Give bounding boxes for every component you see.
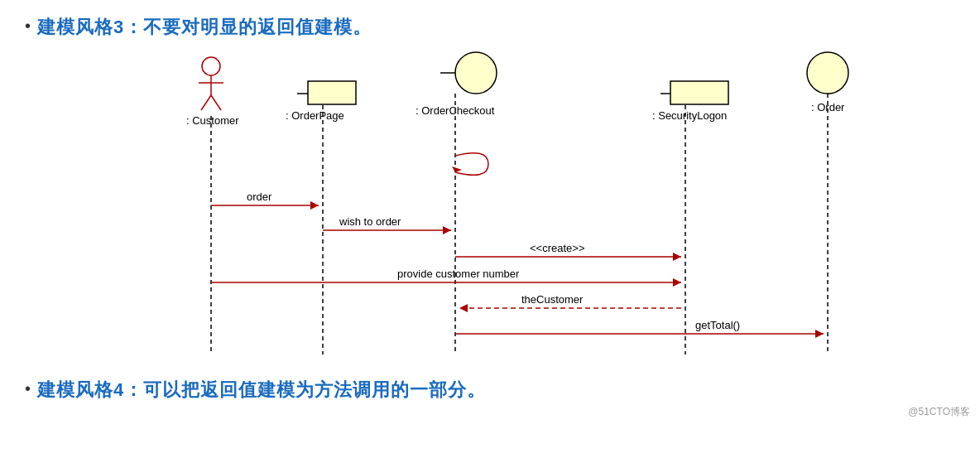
page: • 建模风格3：不要对明显的返回值建模。 order xyxy=(0,0,980,426)
ordercheckout-circle xyxy=(455,52,497,94)
bottom-bullet-symbol: • xyxy=(25,379,31,398)
order-circle xyxy=(807,52,848,94)
securitylogon-box xyxy=(670,81,728,104)
self-arrow xyxy=(455,153,488,176)
actor-head xyxy=(202,57,220,75)
arrow-gettotal-head xyxy=(815,330,824,338)
arrow-order-head xyxy=(310,201,319,210)
top-bullet-text: 建模风格3：不要对明显的返回值建模。 xyxy=(37,15,372,40)
label-securitylogon: : SecurityLogon xyxy=(652,109,727,122)
arrow-gettotal-label: getTotal() xyxy=(695,319,740,331)
arrow-create-head xyxy=(673,253,681,261)
label-customer: : Customer xyxy=(186,114,239,127)
orderpage-box xyxy=(308,81,356,104)
arrow-wish-label: wish to order xyxy=(339,215,401,228)
arrow-provide-label: provide customer number xyxy=(397,268,520,280)
bottom-bullet-text: 建模风格4：可以把返回值建模为方法调用的一部分。 xyxy=(37,378,486,403)
actor-leg-right xyxy=(211,95,221,110)
arrow-create-label: <<create>> xyxy=(530,242,585,254)
label-order: : Order xyxy=(811,101,845,113)
arrow-thecustomer-label: theCustomer xyxy=(521,293,584,306)
watermark: @51CTO博客 xyxy=(908,405,970,419)
bottom-bullet-line: • 建模风格4：可以把返回值建模为方法调用的一部分。 xyxy=(25,378,955,403)
arrow-wish-head xyxy=(443,226,451,234)
diagram-svg: order wish to order <<create>> provide c… xyxy=(41,48,952,371)
sequence-diagram: order wish to order <<create>> provide c… xyxy=(41,48,952,371)
actor-leg-left xyxy=(201,95,211,110)
arrow-order-label: order xyxy=(247,191,272,203)
arrow-thecustomer-head xyxy=(459,304,468,312)
label-orderpage: : OrderPage xyxy=(286,109,344,122)
top-bullet-symbol: • xyxy=(25,17,31,36)
label-ordercheckout: : OrderCheckout xyxy=(416,104,495,117)
top-bullet-line: • 建模风格3：不要对明显的返回值建模。 xyxy=(25,15,955,40)
self-arrow-head xyxy=(452,166,462,172)
arrow-provide-head xyxy=(673,278,681,287)
